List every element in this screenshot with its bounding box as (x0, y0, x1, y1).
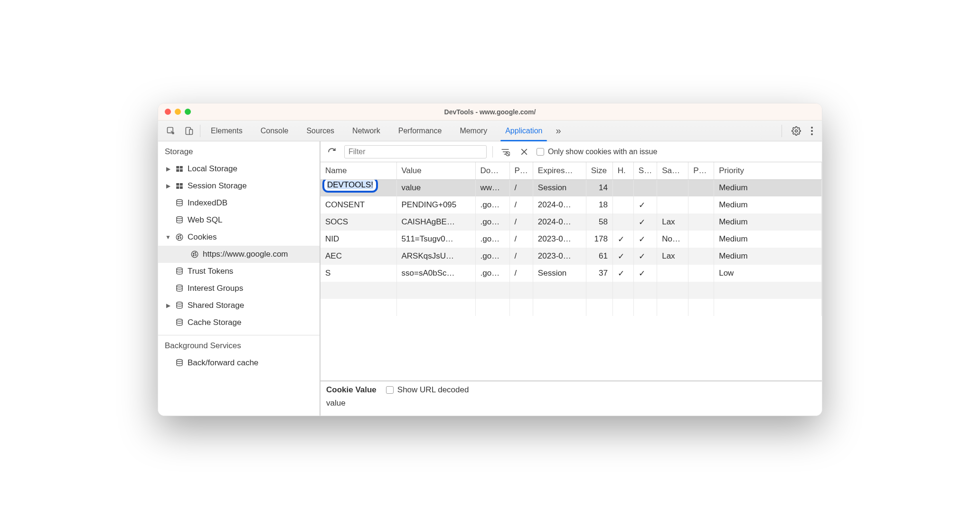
table-row[interactable]: AECARSKqsJsU….go…/2023-0…61✓✓LaxMedium (320, 248, 822, 265)
column-header[interactable]: S… (633, 162, 657, 179)
cell-partition[interactable] (688, 196, 714, 213)
cell-partition[interactable] (688, 248, 714, 265)
cell-domain[interactable]: .go… (475, 231, 509, 248)
cell-size[interactable]: 61 (586, 248, 612, 265)
sidebar-item-web-sql[interactable]: Web SQL (158, 212, 320, 229)
cell-domain[interactable]: .go… (475, 248, 509, 265)
cell-samesite[interactable]: No… (657, 231, 688, 248)
cell-samesite[interactable] (657, 265, 688, 282)
cell-http[interactable]: ✓ (612, 231, 633, 248)
close-window-button[interactable] (165, 109, 171, 115)
clear-all-button[interactable] (518, 145, 531, 158)
sidebar-item-session-storage[interactable]: ▶Session Storage (158, 177, 320, 195)
tab-performance[interactable]: Performance (397, 120, 443, 141)
column-header[interactable]: Value (396, 162, 475, 179)
table-row[interactable]: Ssso=sA0bSc….go…/Session37✓✓Low (320, 265, 822, 282)
cell-path[interactable]: / (509, 265, 533, 282)
cell-priority[interactable]: Low (714, 265, 822, 282)
sidebar-item-cache-storage[interactable]: Cache Storage (158, 314, 320, 331)
cell-path[interactable]: / (509, 196, 533, 213)
cell-samesite[interactable]: Lax (657, 213, 688, 231)
table-row[interactable]: NID511=Tsugv0….go…/2023-0…178✓✓No…Medium (320, 231, 822, 248)
cell-name[interactable]: S (320, 265, 396, 282)
cell-size[interactable]: 37 (586, 265, 612, 282)
sidebar-item-cookies[interactable]: ▼Cookies (158, 229, 320, 246)
cell-http[interactable] (612, 179, 633, 196)
cell-size[interactable]: 18 (586, 196, 612, 213)
column-header[interactable]: Name (320, 162, 396, 179)
cell-expires[interactable]: 2024-0… (533, 196, 586, 213)
cell-size[interactable]: 58 (586, 213, 612, 231)
cell-name[interactable]: SOCS (320, 213, 396, 231)
cell-samesite[interactable] (657, 196, 688, 213)
clear-filtered-button[interactable] (499, 145, 512, 158)
cell-expires[interactable]: 2023-0… (533, 248, 586, 265)
cell-domain[interactable]: .go… (475, 196, 509, 213)
tab-elements[interactable]: Elements (210, 120, 244, 141)
cell-http[interactable]: ✓ (612, 248, 633, 265)
cell-value[interactable]: 511=Tsugv0… (396, 231, 475, 248)
sidebar-item-trust-tokens[interactable]: Trust Tokens (158, 263, 320, 280)
sidebar-item-local-storage[interactable]: ▶Local Storage (158, 160, 320, 177)
cell-partition[interactable] (688, 179, 714, 196)
column-header[interactable]: Do… (475, 162, 509, 179)
column-header[interactable]: P… (509, 162, 533, 179)
cell-domain[interactable]: ww… (475, 179, 509, 196)
tabs-overflow-button[interactable]: » (556, 125, 561, 136)
device-toolbar-icon[interactable] (180, 126, 198, 136)
cell-partition[interactable] (688, 231, 714, 248)
cell-http[interactable] (612, 196, 633, 213)
expand-arrow-icon[interactable]: ▶ (165, 183, 171, 189)
show-url-decoded-checkbox[interactable]: Show URL decoded (386, 385, 469, 395)
cell-path[interactable]: / (509, 231, 533, 248)
tab-application[interactable]: Application (504, 120, 543, 141)
cell-value[interactable]: ARSKqsJsU… (396, 248, 475, 265)
only-issue-checkbox[interactable]: Only show cookies with an issue (537, 148, 657, 156)
cell-name[interactable]: NID (320, 231, 396, 248)
column-header[interactable]: Priority (714, 162, 822, 179)
cell-secure[interactable]: ✓ (633, 196, 657, 213)
cell-path[interactable]: / (509, 248, 533, 265)
cell-secure[interactable]: ✓ (633, 231, 657, 248)
settings-icon[interactable] (792, 126, 801, 136)
cell-size[interactable]: 178 (586, 231, 612, 248)
cell-value[interactable]: sso=sA0bSc… (396, 265, 475, 282)
cell-samesite[interactable] (657, 179, 688, 196)
cell-value[interactable]: CAISHAgBE… (396, 213, 475, 231)
cell-priority[interactable]: Medium (714, 196, 822, 213)
kebab-menu-icon[interactable] (810, 126, 813, 136)
cell-name[interactable]: CONSENT (320, 196, 396, 213)
cell-http[interactable] (612, 213, 633, 231)
cell-expires[interactable]: 2023-0… (533, 231, 586, 248)
sidebar-item-interest-groups[interactable]: Interest Groups (158, 280, 320, 297)
sidebar-item-indexeddb[interactable]: IndexedDB (158, 195, 320, 212)
cell-size[interactable]: 14 (586, 179, 612, 196)
column-header[interactable]: Size (586, 162, 612, 179)
tab-network[interactable]: Network (351, 120, 381, 141)
cell-partition[interactable] (688, 213, 714, 231)
cell-expires[interactable]: Session (533, 265, 586, 282)
table-row[interactable]: CONSENTPENDING+095.go…/2024-0…18✓Medium (320, 196, 822, 213)
sidebar-item-back-forward-cache[interactable]: Back/forward cache (158, 354, 320, 371)
minimize-window-button[interactable] (175, 109, 181, 115)
table-row[interactable]: SOCSCAISHAgBE….go…/2024-0…58✓LaxMedium (320, 213, 822, 231)
column-header[interactable]: P… (688, 162, 714, 179)
column-header[interactable]: H. (612, 162, 633, 179)
cell-name[interactable]: AEC (320, 248, 396, 265)
tab-memory[interactable]: Memory (459, 120, 488, 141)
cell-path[interactable]: / (509, 213, 533, 231)
cell-secure[interactable]: ✓ (633, 213, 657, 231)
cell-domain[interactable]: .go… (475, 265, 509, 282)
cell-secure[interactable]: ✓ (633, 248, 657, 265)
cell-secure[interactable]: ✓ (633, 265, 657, 282)
tab-sources[interactable]: Sources (305, 120, 335, 141)
cell-value[interactable]: PENDING+095 (396, 196, 475, 213)
expand-arrow-icon[interactable]: ▶ (165, 166, 171, 172)
cell-secure[interactable] (633, 179, 657, 196)
cookie-name-edit[interactable]: DEVTOOLS! (320, 179, 396, 196)
cell-domain[interactable]: .go… (475, 213, 509, 231)
sidebar-item-https-www-google-com[interactable]: https://www.google.com (158, 246, 320, 263)
cell-priority[interactable]: Medium (714, 213, 822, 231)
expand-arrow-icon[interactable]: ▶ (165, 302, 171, 309)
filter-input[interactable] (344, 145, 487, 158)
